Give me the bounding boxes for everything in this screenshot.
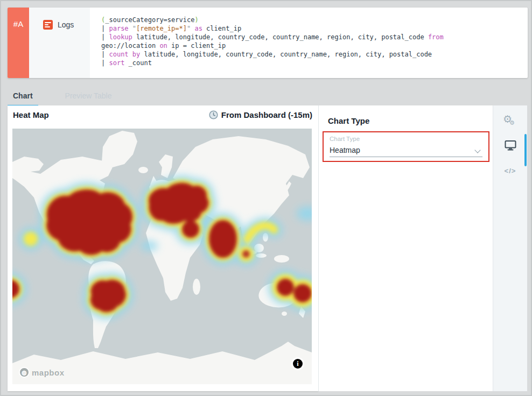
row-badge[interactable]: #A [8,8,29,78]
heatmap-map[interactable]: ◍ mapbox i [12,129,312,384]
panel-title: Heat Map [13,110,49,119]
query-code[interactable]: (_sourceCategory=service)| parse "[remot… [90,8,528,78]
mapbox-attribution[interactable]: ◍ mapbox [19,367,65,378]
time-range[interactable]: From Dashboard (-15m) [209,110,312,119]
chart-type-field-label: Chart Type [330,136,360,142]
mapbox-wordmark: mapbox [32,368,65,377]
app-window: #A Logs (_sourceCategory=service)| parse… [0,0,532,396]
chart-settings-panel: Chart Type Chart Type Heatmap [318,105,493,391]
tab-chart[interactable]: Chart [8,89,38,107]
field-underline [330,157,482,157]
chart-panel: Heat Map From Dashboard (-15m) [8,105,318,391]
tab-bar: Chart Preview Table [8,89,117,107]
chart-type-highlight-box: Chart Type Heatmap [323,131,489,162]
code-icon[interactable]: </> [493,167,527,175]
mapbox-icon: ◍ [19,367,30,378]
side-toolbar: ⚙⚙ </> [493,105,527,391]
info-icon: i [293,359,303,369]
source-type-label: Logs [58,19,74,29]
query-panel: #A Logs (_sourceCategory=service)| parse… [8,8,528,78]
chart-type-select[interactable]: Heatmap [330,146,360,154]
time-range-label: From Dashboard (-15m) [221,110,312,119]
tab-preview-table[interactable]: Preview Table [60,89,117,107]
chevron-down-icon[interactable] [475,147,481,152]
display-monitor-icon[interactable] [493,140,527,153]
active-tool-indicator [524,134,527,166]
source-type-cell[interactable]: Logs [29,8,90,78]
map-info-button[interactable]: i [291,357,304,370]
settings-heading: Chart Type [328,116,369,125]
logs-icon [43,20,53,30]
settings-gears-icon[interactable]: ⚙⚙ [493,113,527,125]
world-heatmap-svg [12,129,312,384]
clock-icon [209,110,218,119]
